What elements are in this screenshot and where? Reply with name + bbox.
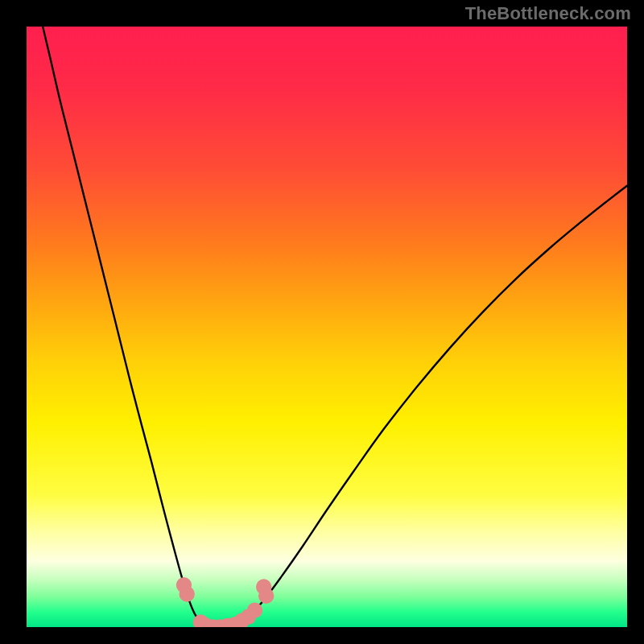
curve-left-branch — [43, 27, 214, 627]
curve-right-branch — [214, 186, 627, 627]
highlight-markers — [176, 577, 275, 627]
highlight-marker — [258, 588, 274, 604]
plot-area — [27, 27, 627, 627]
outer-frame: TheBottleneck.com — [0, 0, 644, 644]
watermark-label: TheBottleneck.com — [465, 3, 631, 24]
highlight-marker — [247, 602, 262, 617]
chart-overlay — [27, 27, 627, 627]
highlight-marker — [179, 586, 194, 601]
